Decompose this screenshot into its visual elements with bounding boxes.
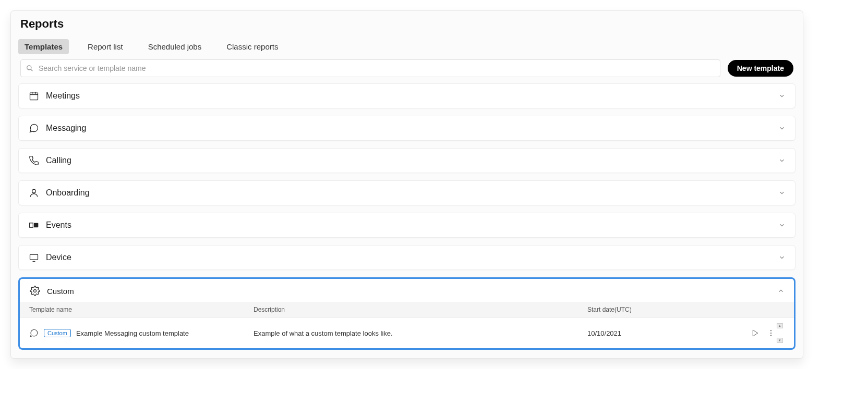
chevron-down-icon xyxy=(778,222,786,229)
tab-report-list[interactable]: Report list xyxy=(81,39,129,54)
template-desc: Example of what a custom template looks … xyxy=(254,329,587,337)
custom-badge: Custom xyxy=(44,329,71,337)
search-box[interactable] xyxy=(20,59,720,77)
svg-rect-7 xyxy=(30,223,33,227)
col-header-scroll xyxy=(775,306,785,313)
svg-point-12 xyxy=(770,330,771,331)
search-row: New template xyxy=(11,59,803,83)
category-events[interactable]: Events xyxy=(18,213,795,238)
calendar-icon xyxy=(28,90,40,102)
chevron-up-icon xyxy=(777,287,785,295)
tab-scheduled-jobs[interactable]: Scheduled jobs xyxy=(142,39,208,54)
gear-icon xyxy=(29,285,41,297)
chevron-down-icon xyxy=(778,189,786,197)
template-date: 10/10/2021 xyxy=(587,329,733,337)
new-template-button[interactable]: New template xyxy=(728,60,793,77)
tabs-bar: Templates Report list Scheduled jobs Cla… xyxy=(11,35,803,59)
svg-point-13 xyxy=(770,333,771,334)
chevron-down-icon xyxy=(778,92,786,100)
svg-point-6 xyxy=(32,189,36,193)
custom-section-label: Custom xyxy=(47,287,777,296)
category-custom: Custom Template name Description Start d… xyxy=(18,277,795,350)
svg-marker-11 xyxy=(753,330,757,336)
category-label: Meetings xyxy=(46,91,778,101)
category-messaging[interactable]: Messaging xyxy=(18,116,795,141)
scroll-up-button[interactable]: ▴ xyxy=(777,323,783,328)
chevron-down-icon xyxy=(778,157,786,164)
ticket-icon xyxy=(28,219,40,231)
phone-icon xyxy=(28,155,40,166)
svg-point-0 xyxy=(27,66,31,70)
scroll-down-button[interactable]: ▾ xyxy=(777,338,783,343)
header: Reports xyxy=(11,11,803,35)
tab-classic-reports[interactable]: Classic reports xyxy=(220,39,284,54)
category-label: Device xyxy=(46,253,778,262)
svg-line-1 xyxy=(31,69,33,71)
svg-rect-8 xyxy=(30,254,38,260)
col-header-date: Start date(UTC) xyxy=(587,306,733,313)
user-icon xyxy=(28,187,40,199)
tab-templates[interactable]: Templates xyxy=(18,39,69,54)
category-device[interactable]: Device xyxy=(18,245,795,270)
col-header-actions xyxy=(733,306,775,313)
category-meetings[interactable]: Meetings xyxy=(18,83,795,108)
category-label: Onboarding xyxy=(46,188,778,198)
category-label: Calling xyxy=(46,156,778,165)
col-header-name: Template name xyxy=(29,306,254,313)
more-icon[interactable] xyxy=(767,329,775,337)
search-icon xyxy=(26,65,33,72)
custom-table-header: Template name Description Start date(UTC… xyxy=(20,302,794,317)
chat-icon xyxy=(28,122,40,134)
category-list: Meetings Messaging xyxy=(11,83,803,270)
svg-rect-2 xyxy=(30,93,38,100)
template-name: Example Messaging custom template xyxy=(76,329,189,337)
search-input[interactable] xyxy=(38,64,715,73)
category-calling[interactable]: Calling xyxy=(18,148,795,173)
reports-panel: Reports Templates Report list Scheduled … xyxy=(10,10,803,359)
category-label: Messaging xyxy=(46,124,778,133)
chevron-down-icon xyxy=(778,254,786,261)
custom-header[interactable]: Custom xyxy=(20,279,794,302)
category-onboarding[interactable]: Onboarding xyxy=(18,180,795,205)
col-header-desc: Description xyxy=(254,306,587,313)
category-label: Events xyxy=(46,220,778,230)
chat-icon xyxy=(29,328,39,338)
svg-point-14 xyxy=(770,335,771,336)
table-row[interactable]: Custom Example Messaging custom template… xyxy=(20,317,794,348)
run-icon[interactable] xyxy=(751,329,760,337)
device-icon xyxy=(28,252,40,263)
page-title: Reports xyxy=(20,17,793,31)
chevron-down-icon xyxy=(778,125,786,132)
svg-point-10 xyxy=(34,290,37,292)
